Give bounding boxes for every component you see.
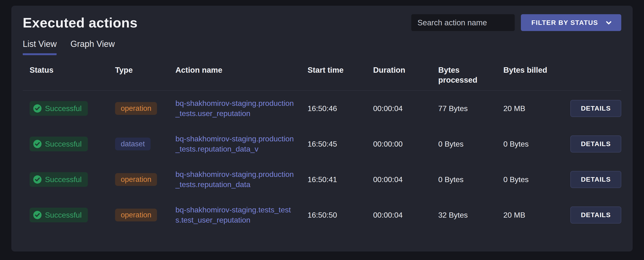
- search-input[interactable]: [411, 14, 515, 31]
- topbar: Executed actions FILTER BY STATUS: [23, 14, 621, 31]
- bytes-billed-cell: 20 MB: [503, 211, 562, 220]
- type-badge: dataset: [115, 138, 150, 150]
- action-name-cell: bq-shakhomirov-staging.production_tests.…: [176, 134, 308, 154]
- topbar-controls: FILTER BY STATUS: [411, 14, 621, 31]
- type-cell: operation: [115, 173, 176, 186]
- check-circle-icon: [33, 175, 42, 184]
- type-badge: operation: [115, 102, 157, 115]
- chevron-down-icon: [605, 19, 613, 27]
- type-badge: operation: [115, 173, 157, 186]
- duration-cell: 00:00:00: [373, 140, 438, 148]
- action-name-link[interactable]: bq-shakhomirov-staging.tests_tests.test_…: [176, 205, 295, 225]
- status-cell: Successful: [23, 137, 115, 151]
- action-name-link[interactable]: bq-shakhomirov-staging.production_tests.…: [176, 169, 295, 190]
- bytes-processed-cell: 32 Bytes: [438, 211, 503, 220]
- start-time-cell: 16:50:50: [308, 211, 373, 220]
- type-cell: dataset: [115, 138, 176, 150]
- details-button[interactable]: DETAILS: [570, 171, 621, 188]
- status-label: Successful: [45, 104, 82, 113]
- status-badge: Successful: [30, 137, 88, 151]
- status-cell: Successful: [23, 172, 115, 187]
- column-header-type: Type: [115, 65, 176, 75]
- check-circle-icon: [33, 210, 42, 220]
- status-badge: Successful: [30, 208, 88, 222]
- status-label: Successful: [45, 175, 82, 184]
- status-badge: Successful: [30, 101, 88, 116]
- type-badge: operation: [115, 208, 157, 222]
- details-button[interactable]: DETAILS: [570, 206, 621, 224]
- duration-cell: 00:00:04: [373, 175, 438, 184]
- type-cell: operation: [115, 102, 176, 115]
- duration-cell: 00:00:04: [373, 211, 438, 220]
- column-header-action-name: Action name: [176, 65, 308, 75]
- column-header-duration: Duration: [373, 65, 438, 75]
- table-row: Successful operation bq-shakhomirov-stag…: [23, 162, 621, 197]
- status-label: Successful: [45, 140, 82, 148]
- action-name-cell: bq-shakhomirov-staging.tests_tests.test_…: [176, 205, 308, 225]
- status-cell: Successful: [23, 208, 115, 222]
- view-tabs: List View Graph View: [23, 39, 621, 55]
- action-name-link[interactable]: bq-shakhomirov-staging.production_tests.…: [176, 98, 295, 119]
- column-header-bytes-processed: Bytes processed: [438, 65, 486, 85]
- table-header-row: Status Type Action name Start time Durat…: [23, 65, 621, 91]
- check-circle-icon: [33, 140, 42, 148]
- type-cell: operation: [115, 208, 176, 222]
- action-name-link[interactable]: bq-shakhomirov-staging.production_tests.…: [176, 134, 295, 154]
- status-badge: Successful: [30, 172, 88, 187]
- bytes-billed-cell: 20 MB: [503, 104, 562, 113]
- table-row: Successful operation bq-shakhomirov-stag…: [23, 197, 621, 233]
- start-time-cell: 16:50:45: [308, 140, 373, 148]
- table-row: Successful dataset bq-shakhomirov-stagin…: [23, 126, 621, 162]
- executed-actions-table: Status Type Action name Start time Durat…: [23, 65, 621, 233]
- bytes-processed-cell: 0 Bytes: [438, 140, 503, 148]
- details-button[interactable]: DETAILS: [570, 100, 621, 117]
- duration-cell: 00:00:04: [373, 104, 438, 113]
- action-name-cell: bq-shakhomirov-staging.production_tests.…: [176, 98, 308, 119]
- start-time-cell: 16:50:46: [308, 104, 373, 113]
- column-header-start-time: Start time: [308, 65, 373, 75]
- executed-actions-card: Executed actions FILTER BY STATUS List V…: [11, 6, 633, 252]
- filter-by-status-button[interactable]: FILTER BY STATUS: [521, 14, 621, 31]
- tab-list-view[interactable]: List View: [23, 39, 56, 55]
- column-header-status: Status: [23, 65, 115, 75]
- tab-graph-view[interactable]: Graph View: [70, 39, 114, 55]
- column-header-bytes-billed: Bytes billed: [503, 65, 562, 75]
- action-name-cell: bq-shakhomirov-staging.production_tests.…: [176, 169, 308, 190]
- bytes-processed-cell: 77 Bytes: [438, 104, 503, 113]
- start-time-cell: 16:50:41: [308, 175, 373, 184]
- status-label: Successful: [45, 211, 82, 220]
- details-button[interactable]: DETAILS: [570, 136, 621, 152]
- bytes-billed-cell: 0 Bytes: [503, 175, 562, 184]
- bytes-billed-cell: 0 Bytes: [503, 140, 562, 148]
- check-circle-icon: [33, 104, 42, 113]
- filter-by-status-label: FILTER BY STATUS: [531, 19, 598, 26]
- page-title: Executed actions: [23, 15, 138, 30]
- table-row: Successful operation bq-shakhomirov-stag…: [23, 91, 621, 126]
- status-cell: Successful: [23, 101, 115, 116]
- bytes-processed-cell: 0 Bytes: [438, 175, 503, 184]
